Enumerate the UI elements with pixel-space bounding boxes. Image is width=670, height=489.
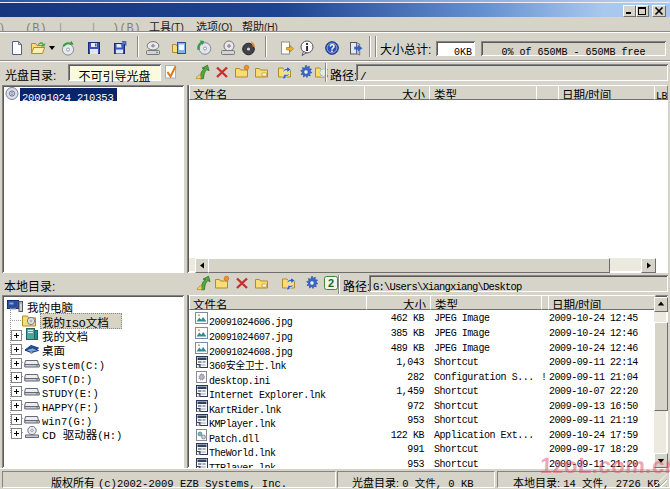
svg-text:?: ? [329,43,335,54]
svg-text:2: 2 [328,277,334,289]
